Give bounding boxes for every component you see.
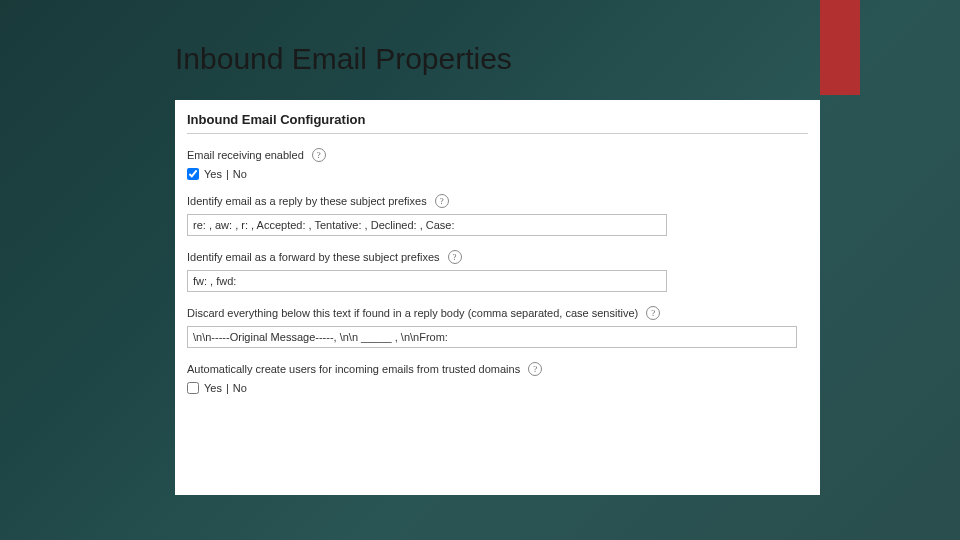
yes-label: Yes bbox=[204, 168, 222, 180]
config-panel: Inbound Email Configuration Email receiv… bbox=[175, 100, 820, 495]
label-auto-create-users: Automatically create users for incoming … bbox=[187, 363, 520, 375]
field-email-receiving: Email receiving enabled ? Yes | No bbox=[187, 148, 808, 180]
label-forward-prefixes: Identify email as a forward by these sub… bbox=[187, 251, 440, 263]
field-forward-prefixes: Identify email as a forward by these sub… bbox=[187, 250, 808, 292]
help-icon[interactable]: ? bbox=[312, 148, 326, 162]
field-reply-prefixes: Identify email as a reply by these subje… bbox=[187, 194, 808, 236]
label-discard-below: Discard everything below this text if fo… bbox=[187, 307, 638, 319]
panel-heading: Inbound Email Configuration bbox=[187, 110, 808, 134]
yn-separator: | bbox=[226, 382, 229, 394]
no-label: No bbox=[233, 382, 247, 394]
field-auto-create-users: Automatically create users for incoming … bbox=[187, 362, 808, 394]
help-icon[interactable]: ? bbox=[646, 306, 660, 320]
yn-separator: | bbox=[226, 168, 229, 180]
input-reply-prefixes[interactable] bbox=[187, 214, 667, 236]
checkbox-email-receiving[interactable] bbox=[187, 168, 199, 180]
checkbox-auto-create-users[interactable] bbox=[187, 382, 199, 394]
no-label: No bbox=[233, 168, 247, 180]
label-reply-prefixes: Identify email as a reply by these subje… bbox=[187, 195, 427, 207]
accent-bar bbox=[820, 0, 860, 95]
input-discard-below[interactable] bbox=[187, 326, 797, 348]
help-icon[interactable]: ? bbox=[528, 362, 542, 376]
yes-label: Yes bbox=[204, 382, 222, 394]
field-discard-below: Discard everything below this text if fo… bbox=[187, 306, 808, 348]
help-icon[interactable]: ? bbox=[435, 194, 449, 208]
label-email-receiving: Email receiving enabled bbox=[187, 149, 304, 161]
slide-title: Inbound Email Properties bbox=[175, 42, 512, 76]
help-icon[interactable]: ? bbox=[448, 250, 462, 264]
input-forward-prefixes[interactable] bbox=[187, 270, 667, 292]
